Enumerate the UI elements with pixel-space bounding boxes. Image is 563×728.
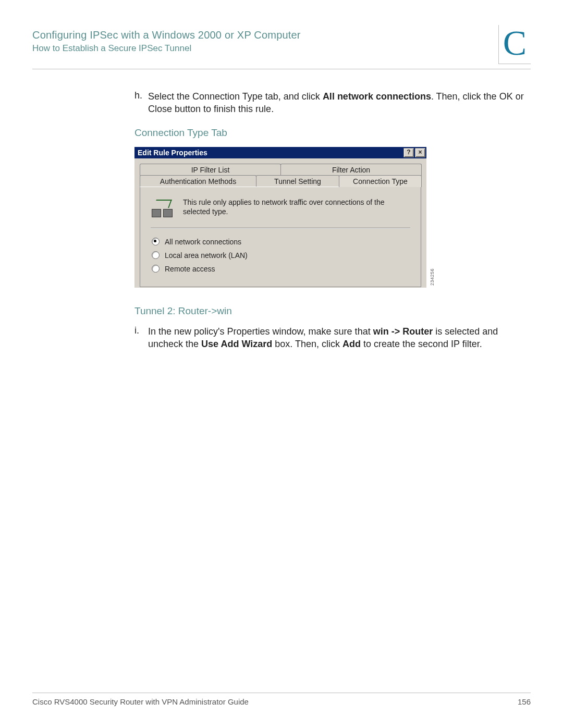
network-icon [151,198,174,218]
tab-body: This rule only applies to network traffi… [140,187,421,287]
chapter-title: Configuring IPSec with a Windows 2000 or… [32,29,301,41]
footer-page-number: 156 [518,697,531,706]
separator [151,228,410,228]
radio-label-all: All network connections [165,238,241,246]
tab-tunnel-setting[interactable]: Tunnel Setting [256,175,339,187]
close-button[interactable]: × [415,148,425,157]
tab-connection-type[interactable]: Connection Type [339,175,422,187]
step-h-prefix: Select the Connection Type tab, and clic… [148,91,323,102]
radio-label-lan: Local area network (LAN) [165,251,248,260]
tab-authentication-methods[interactable]: Authentication Methods [140,175,256,187]
radio-icon [152,238,160,245]
step-i: i. In the new policy's Properties window… [134,325,531,351]
page-footer: Cisco RVS4000 Security Router with VPN A… [32,688,531,706]
section-heading-tunnel2: Tunnel 2: Router->win [134,305,531,317]
radio-icon [152,251,160,259]
radio-lan[interactable]: Local area network (LAN) [152,251,410,260]
step-i-part4: to create the second IP filter. [361,339,482,349]
step-text: Select the Connection Type tab, and clic… [148,90,531,116]
step-h: h. Select the Connection Type tab, and c… [134,90,531,116]
tab-filter-action[interactable]: Filter Action [280,164,422,176]
step-letter: h. [134,90,148,116]
appendix-letter: C [503,25,527,60]
footer-guide-title: Cisco RVS4000 Security Router with VPN A… [32,697,249,706]
step-i-bold2: Use Add Wizard [201,339,272,349]
step-text: In the new policy's Properties window, m… [148,325,531,351]
step-i-bold3: Add [342,339,361,349]
help-button[interactable]: ? [403,148,414,157]
radio-remote[interactable]: Remote access [152,265,410,273]
figure-caption-1: Connection Type Tab [134,127,531,139]
radio-icon [152,265,160,273]
dialog-title: Edit Rule Properties [138,149,207,157]
tab-description: This rule only applies to network traffi… [183,198,410,217]
radio-label-remote: Remote access [165,265,215,273]
header-rule [32,69,531,69]
step-i-part1: In the new policy's Properties window, m… [148,326,373,337]
tab-ip-filter-list[interactable]: IP Filter List [140,164,281,176]
section-title: How to Establish a Secure IPSec Tunnel [32,43,301,54]
edit-rule-dialog: Edit Rule Properties ? × IP Filter List … [134,147,426,288]
dialog-figure: Edit Rule Properties ? × IP Filter List … [134,147,435,288]
appendix-badge: C [498,25,531,64]
step-letter: i. [134,325,148,351]
figure-id: 234256 [430,268,435,286]
radio-all-network[interactable]: All network connections [152,238,410,246]
dialog-titlebar: Edit Rule Properties ? × [134,147,426,158]
step-i-part3: box. Then, click [272,339,342,349]
step-i-bold1: win -> Router [373,326,433,337]
step-h-bold: All network connections [323,91,431,102]
